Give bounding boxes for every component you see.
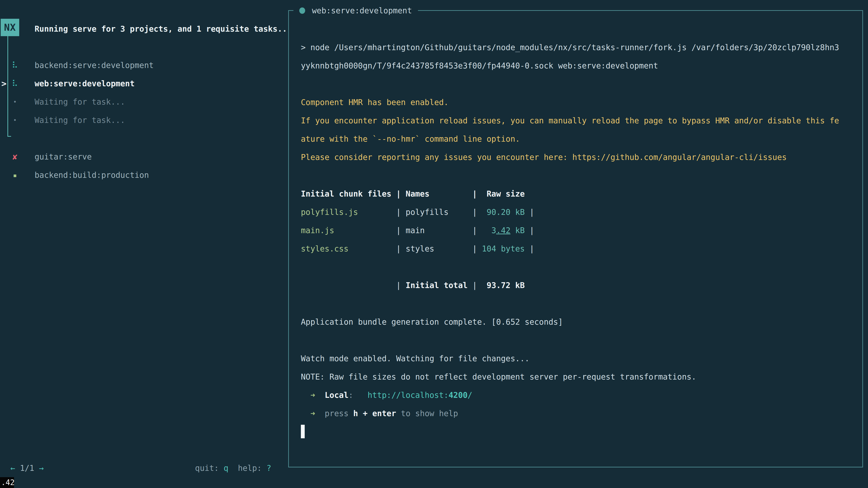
terminal-segment: ➜ bbox=[310, 409, 315, 418]
terminal-segment: / bbox=[468, 391, 472, 400]
terminal-segment: Watch mode enabled. Watching for file ch… bbox=[301, 354, 529, 363]
terminal-segment: styles bbox=[406, 244, 434, 253]
terminal-segment: > node /Users/mhartington/Github/guitars… bbox=[301, 43, 839, 52]
terminal-line bbox=[301, 75, 857, 93]
terminal-line: Component HMR has been enabled. bbox=[301, 93, 857, 111]
task-label: guitar:serve bbox=[35, 148, 92, 166]
square-icon: ▪ bbox=[9, 166, 21, 184]
task-output-panel: web:serve:development > node /Users/mhar… bbox=[288, 10, 863, 467]
terminal-line: ature with the `--no-hmr` command line o… bbox=[301, 130, 857, 148]
terminal-segment: Initial chunk files | Names | Raw size bbox=[301, 189, 525, 198]
terminal-line: Please consider reporting any issues you… bbox=[301, 148, 857, 166]
help-hint-label: help: bbox=[228, 464, 267, 473]
terminal-segment: ➜ bbox=[310, 391, 315, 400]
terminal-segment: yyknnbtgh0000gn/T/9f4c243785f8453e3f00/f… bbox=[301, 61, 658, 70]
terminal-segment: | bbox=[425, 226, 477, 235]
terminal-output: > node /Users/mhartington/Github/guitars… bbox=[289, 11, 862, 441]
block-cursor bbox=[301, 425, 305, 438]
terminal-segment: 104 bytes bbox=[477, 244, 525, 253]
terminal-segment: : bbox=[348, 391, 353, 400]
terminal-segment: | bbox=[525, 226, 534, 235]
panel-title-label: web:serve:development bbox=[312, 6, 412, 15]
pager-left-arrow-icon[interactable]: ← bbox=[10, 464, 15, 473]
terminal-line: ➜ press h + enter to show help bbox=[301, 404, 857, 423]
terminal-segment: If you encounter application reload issu… bbox=[301, 116, 839, 125]
task-item[interactable]: ⠧backend:serve:development bbox=[0, 56, 287, 74]
task-item[interactable]: •Waiting for task... bbox=[0, 93, 287, 111]
terminal-segment: | bbox=[468, 281, 477, 290]
terminal-segment: | bbox=[334, 226, 406, 235]
terminal-segment: main.js bbox=[301, 226, 334, 235]
nx-logo: NX bbox=[1, 19, 19, 36]
terminal-segment: main bbox=[406, 226, 425, 235]
terminal-segment: http://localhost: bbox=[368, 391, 448, 400]
terminal-segment: to show help bbox=[396, 409, 458, 418]
pager-label: 1/1 bbox=[15, 464, 39, 473]
terminal-segment: h + enter bbox=[353, 409, 396, 418]
terminal-segment: .42 bbox=[496, 226, 510, 235]
terminal-line: ➜ Local: http://localhost:4200/ bbox=[301, 386, 857, 404]
terminal-segment: Component HMR has been enabled. bbox=[301, 98, 448, 107]
task-label: Waiting for task... bbox=[35, 93, 125, 111]
terminal-line: > node /Users/mhartington/Github/guitars… bbox=[301, 38, 857, 57]
terminal-segment: kB bbox=[510, 226, 525, 235]
dot-icon: • bbox=[9, 111, 21, 129]
task-item[interactable]: •Waiting for task... bbox=[0, 111, 287, 129]
task-item[interactable]: >⠧web:serve:development bbox=[0, 74, 287, 93]
terminal-line: yyknnbtgh0000gn/T/9f4c243785f8453e3f00/f… bbox=[301, 57, 857, 75]
terminal-segment: Please consider reporting any issues you… bbox=[301, 153, 786, 162]
keyboard-hints: quit: q help: ? bbox=[158, 463, 271, 473]
terminal-segment: | bbox=[301, 281, 406, 290]
cross-icon: ✘ bbox=[9, 148, 21, 166]
terminal-segment: polyfills.js bbox=[301, 207, 358, 217]
terminal-segment bbox=[315, 391, 324, 400]
task-item[interactable]: ▪backend:build:production bbox=[0, 166, 287, 184]
task-label: backend:serve:development bbox=[35, 56, 154, 74]
terminal-segment: 93.72 kB bbox=[477, 281, 525, 290]
quit-hint-label: quit: bbox=[195, 464, 223, 473]
terminal-line: polyfills.js | polyfills | 90.20 kB | bbox=[301, 203, 857, 221]
terminal-line: main.js | main | 3.42 kB | bbox=[301, 221, 857, 240]
task-label: backend:build:production bbox=[35, 166, 149, 184]
task-label: web:serve:development bbox=[35, 74, 135, 93]
spinner-icon: ⠧ bbox=[9, 74, 21, 93]
terminal-segment: | bbox=[525, 244, 534, 253]
terminal-segment: 3 bbox=[477, 226, 496, 235]
pager-right-arrow-icon[interactable]: → bbox=[39, 464, 43, 473]
terminal-segment: | bbox=[525, 207, 534, 217]
terminal-segment bbox=[353, 391, 368, 400]
spinner-icon: ⠧ bbox=[9, 56, 21, 74]
terminal-line: Application bundle generation complete. … bbox=[301, 313, 857, 331]
running-status-dot-icon bbox=[299, 7, 305, 14]
selection-chevron-icon: > bbox=[1, 74, 6, 93]
task-item[interactable]: ✘guitar:serve bbox=[0, 148, 287, 166]
terminal-segment: ature with the `--no-hmr` command line o… bbox=[301, 134, 520, 143]
terminal-segment: press bbox=[324, 409, 353, 418]
terminal-line: Watch mode enabled. Watching for file ch… bbox=[301, 350, 857, 368]
terminal-segment: NOTE: Raw file sizes do not reflect deve… bbox=[301, 372, 696, 381]
terminal-segment: Application bundle generation complete. … bbox=[301, 318, 563, 326]
terminal-segment: | bbox=[448, 207, 477, 217]
quit-key: q bbox=[223, 464, 228, 473]
terminal-line bbox=[301, 258, 857, 276]
terminal-line: styles.css | styles | 104 bytes | bbox=[301, 240, 857, 258]
terminal-segment: 90.20 kB bbox=[477, 207, 525, 217]
terminal-segment bbox=[301, 409, 310, 418]
terminal-line: If you encounter application reload issu… bbox=[301, 111, 857, 130]
dot-icon: • bbox=[9, 93, 21, 111]
terminal-segment bbox=[301, 391, 310, 400]
help-key: ? bbox=[267, 464, 271, 473]
terminal-segment: | bbox=[348, 244, 406, 253]
terminal-segment: | bbox=[434, 244, 477, 253]
terminal-line bbox=[301, 166, 857, 185]
terminal-segment: 4200 bbox=[448, 391, 467, 400]
terminal-segment: Local bbox=[324, 391, 348, 400]
panel-title: web:serve:development bbox=[293, 4, 418, 17]
terminal-line bbox=[301, 331, 857, 350]
page-title: Running serve for 3 projects, and 1 requ… bbox=[35, 24, 287, 34]
terminal-line bbox=[301, 295, 857, 313]
terminal-line: | Initial total | 93.72 kB bbox=[301, 276, 857, 295]
task-label: Waiting for task... bbox=[35, 111, 125, 129]
terminal-line: NOTE: Raw file sizes do not reflect deve… bbox=[301, 368, 857, 386]
terminal-segment: styles.css bbox=[301, 244, 348, 253]
